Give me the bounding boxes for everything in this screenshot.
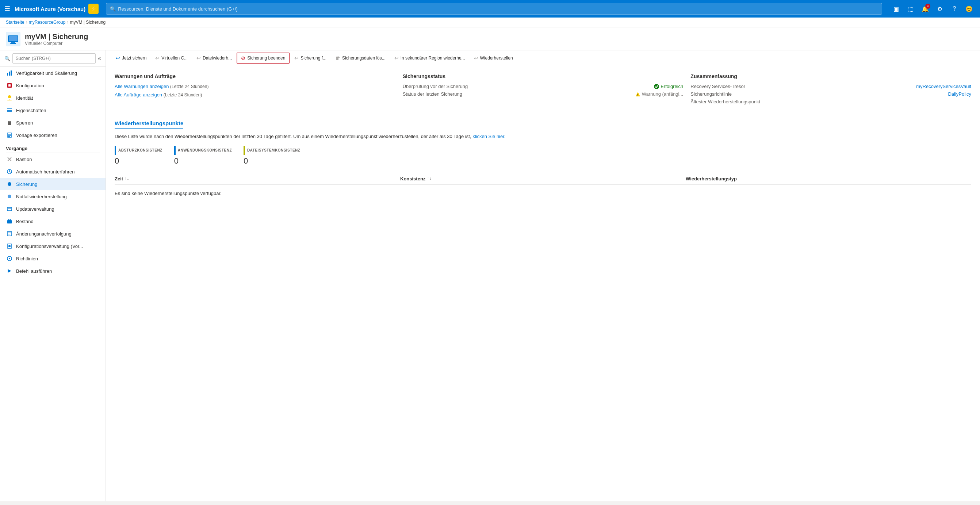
rp-counters: ABSTURZKONSISTENZ 0 ANWENDUNGSKONSISTENZ… (115, 146, 971, 166)
sidebar-item-notfallwiederherstellung[interactable]: Notfallwiederherstellung (0, 190, 105, 203)
settings-button[interactable]: ⚙ (933, 2, 947, 15)
main-content: ↩ Jetzt sichern ↩ Virtuellen C... ↩ Date… (106, 50, 980, 501)
help-button[interactable]: ? (948, 2, 961, 15)
svg-rect-16 (8, 134, 11, 135)
sicherung-f-button[interactable]: ↩ Sicherung f... (290, 53, 331, 63)
svg-rect-32 (8, 234, 10, 234)
sidebar-item-bestand[interactable]: Bestand (0, 215, 105, 228)
sicherungsdaten-loeschen-icon: 🗑 (335, 55, 340, 61)
svg-rect-18 (8, 136, 10, 137)
in-sekundaerer-region-button[interactable]: ↩ In sekundärer Region wiederhe... (390, 53, 469, 63)
sidebar-item-automatisch-herunterfahren[interactable]: Automatisch herunterfahren (0, 166, 105, 178)
dateisystem-label: DATEISYSTEMKONSISTENZ (247, 148, 300, 152)
sidebar-item-label: Vorlage exportieren (16, 132, 57, 138)
rp-info-text: Diese Liste wurde nach den Wiederherstel… (115, 133, 971, 140)
letzte-sicherung-status: ! Warnung (anfängl... (635, 91, 684, 97)
sidebar-item-identitaet[interactable]: Identität (0, 92, 105, 104)
sidebar-item-sperren[interactable]: Sperren (0, 116, 105, 129)
rp-counter-anwendung: ANWENDUNGSKONSISTENZ 0 (174, 146, 232, 166)
svg-point-38 (654, 84, 659, 89)
sidebar-item-konfiguration[interactable]: Konfiguration (0, 79, 105, 92)
sidebar-item-vorlage-exportieren[interactable]: Vorlage exportieren (0, 129, 105, 141)
wiederherstellungstyp-col-label: Wiederherstellungstyp (686, 176, 737, 182)
recovery-tresor-link[interactable]: myRecoveryServicesVault (916, 84, 971, 89)
feedback-button[interactable]: ⬚ (904, 2, 917, 15)
breadcrumb-resource-group[interactable]: myResourceGroup (29, 20, 66, 25)
sidebar-item-label: Sicherung (16, 182, 38, 187)
svg-rect-8 (8, 84, 11, 86)
zusammenfassung-title: Zusammenfassung (690, 73, 971, 79)
feedback-icon: ⬚ (908, 5, 913, 13)
svg-point-36 (9, 258, 10, 259)
sidebar-item-richtlinien[interactable]: Richtlinien (0, 252, 105, 265)
sidebar-item-sicherung[interactable]: Sicherung (0, 178, 105, 190)
wiederherstellen-icon: ↩ (474, 55, 478, 61)
rp-col-zeit[interactable]: Zeit ↑↓ (115, 176, 400, 182)
sidebar-item-bastion[interactable]: Bastion (0, 153, 105, 166)
svg-line-23 (10, 172, 11, 172)
jetzt-sichern-button[interactable]: ↩ Jetzt sichern (112, 53, 150, 63)
breadcrumb-startseite[interactable]: Startseite (6, 20, 24, 25)
sicherung-beenden-button[interactable]: ⊘ Sicherung beenden (237, 53, 290, 64)
recovery-tresor-row: Recovery Services-Tresor myRecoveryServi… (690, 84, 971, 89)
sidebar-item-aenderungsnachverfolgung[interactable]: Änderungsnachverfolgung (0, 228, 105, 240)
zeit-col-label: Zeit (115, 176, 123, 182)
info-sections: Warnungen und Aufträge Alle Warnungen an… (115, 73, 971, 107)
notifications-button[interactable]: 🔔 4 (919, 2, 932, 15)
sidebar-collapse-button[interactable]: « (98, 55, 101, 62)
rp-counter-absturz: ABSTURZKONSISTENZ 0 (115, 146, 162, 166)
sicherung-f-label: Sicherung f... (301, 56, 326, 61)
warnungen-section: Warnungen und Aufträge Alle Warnungen an… (115, 73, 395, 107)
recovery-tresor-label: Recovery Services-Tresor (690, 84, 745, 89)
page-title: myVM | Sicherung (25, 32, 88, 41)
aeltester-punkt-value: – (969, 99, 971, 104)
cloud-shell-button[interactable]: ▣ (889, 2, 903, 15)
dateiwiederh-label: Dateiwiederh... (203, 56, 232, 61)
virtuellen-c-button[interactable]: ↩ Virtuellen C... (151, 53, 192, 63)
sidebar-item-label: Bestand (16, 219, 33, 224)
vm-icon (6, 32, 21, 46)
hamburger-menu-button[interactable]: ☰ (5, 5, 10, 13)
svg-rect-10 (7, 108, 12, 109)
sidebar-item-updateverwaltung[interactable]: Updateverwaltung (0, 203, 105, 215)
alle-warnungen-link[interactable]: Alle Warnungen anzeigen (115, 84, 169, 89)
sicherungsrichtlinie-link[interactable]: DailyPolicy (948, 91, 971, 97)
sicherung-icon (6, 180, 13, 188)
rp-table-header: Zeit ↑↓ Konsistenz ↑↓ Wiederherstellungs… (115, 173, 971, 185)
alle-auftraege-link[interactable]: Alle Aufträge anzeigen (115, 92, 162, 97)
global-search-bar[interactable]: 🔍 Ressourcen, Dienste und Dokumente durc… (106, 3, 882, 14)
svg-rect-11 (7, 110, 12, 111)
sidebar-item-konfigurationsverwaltung[interactable]: Konfigurationsverwaltung (Vor... (0, 240, 105, 252)
anwendung-bar (174, 146, 176, 155)
sidebar-item-eigenschaften[interactable]: Eigenschaften (0, 104, 105, 116)
account-button[interactable]: 😊 (963, 2, 975, 15)
identitaet-icon (6, 94, 13, 102)
search-placeholder-text: Ressourcen, Dienste und Dokumente durchs… (118, 6, 238, 12)
aeltester-punkt-label: Ältester Wiederherstellungspunkt (690, 99, 760, 104)
sidebar-item-verfuegbarkeit[interactable]: Verfügbarkeit und Skalierung (0, 67, 105, 79)
rp-table-empty-message: Es sind keine Wiederherstellungspunkte v… (115, 185, 971, 202)
vorlage-exportieren-icon (6, 131, 13, 139)
notifications-badge: 4 (925, 4, 930, 9)
sicherungsdaten-loeschen-button[interactable]: 🗑 Sicherungsdaten lös... (331, 53, 390, 63)
ueberpruefung-label: Überprüfung vor der Sicherung (403, 84, 468, 89)
sicherungsstatus-row-1: Überprüfung vor der Sicherung Erfolgreic… (403, 84, 684, 89)
recovery-points-section: Wiederherstellungspunkte Diese Liste wur… (115, 120, 971, 202)
zeit-sort-icon: ↑↓ (124, 176, 129, 181)
konsistenz-col-label: Konsistenz (400, 176, 425, 182)
svg-rect-27 (8, 209, 11, 209)
richtlinien-icon (6, 255, 13, 262)
rp-col-konsistenz[interactable]: Konsistenz ↑↓ (400, 176, 686, 182)
alle-auftraege-sub: (Letzte 24 Stunden) (164, 92, 202, 97)
virtuellen-c-label: Virtuellen C... (161, 56, 188, 61)
search-icon: 🔍 (110, 6, 116, 12)
klicken-sie-hier-link[interactable]: klicken Sie hier. (473, 134, 505, 139)
wiederherstellen-button[interactable]: ↩ Wiederherstellen (470, 53, 517, 63)
sidebar-item-label: Konfiguration (16, 83, 44, 88)
sidebar-item-befehl-ausfuehren[interactable]: Befehl ausführen (0, 265, 105, 277)
sidebar-item-label: Eigenschaften (16, 108, 46, 113)
sidebar-search-input[interactable] (13, 53, 95, 64)
help-icon: ? (953, 5, 956, 12)
top-nav-actions: ▣ ⬚ 🔔 4 ⚙ ? 😊 (889, 2, 975, 15)
dateiwiederh-button[interactable]: ↩ Dateiwiederh... (192, 53, 236, 63)
